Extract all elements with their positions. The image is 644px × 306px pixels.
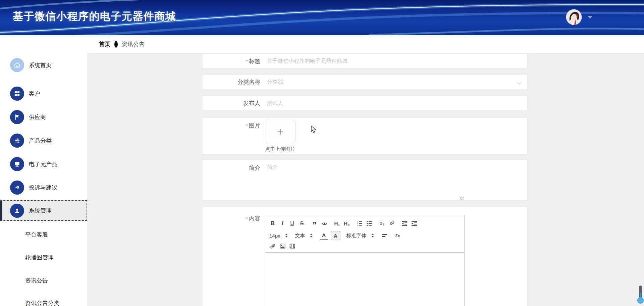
sidebar-subitem-news-categories[interactable]: 资讯公告分类	[0, 296, 87, 306]
page-title: 基于微信小程序的电子元器件商城	[13, 9, 176, 23]
image-label: *图片	[203, 118, 265, 130]
required-asterisk: *	[246, 123, 248, 129]
bullet-list-button[interactable]	[366, 220, 373, 227]
editor-toolbar: B I U S ❞ </> H₁ H₂ 123 x₂ x²	[265, 215, 464, 253]
subscript-button[interactable]: x₂	[379, 220, 385, 227]
sidebar-item-label: 投诉与建议	[29, 184, 57, 192]
content-label: *内容	[203, 207, 265, 222]
outdent-button[interactable]	[401, 220, 408, 227]
intro-label: 简介	[203, 160, 265, 172]
italic-button[interactable]: I	[279, 220, 286, 227]
category-select[interactable]: 分类22	[265, 79, 527, 86]
breadcrumb-separator-icon	[114, 41, 118, 48]
sidebar-item-label: 客户	[29, 90, 40, 98]
sidebar-item-electronic-products[interactable]: 电子元产品	[0, 152, 87, 176]
title-label: *标题	[203, 57, 265, 65]
main-content: *标题 分类名称 分类22 发布人 *图片 + 点击上传图片	[87, 53, 644, 306]
intro-textarea[interactable]	[265, 164, 465, 196]
form-row-image: *图片 + 点击上传图片	[203, 118, 527, 154]
grid-icon	[10, 87, 24, 101]
sidebar-subitem-label: 资讯公告	[25, 277, 48, 285]
sidebar-item-system-management[interactable]: 系统管理	[0, 200, 87, 221]
sidebar-subitem-platform-service[interactable]: 平台客服	[0, 227, 87, 242]
app-header: 基于微信小程序的电子元器件商城	[0, 0, 644, 36]
form-row-title: *标题	[203, 54, 527, 68]
form-row-content: *内容 B I U S ❞ </> H₁ H₂ 123	[203, 207, 527, 306]
blockquote-button[interactable]: ❞	[311, 218, 318, 229]
sidebar-item-label: 供应商	[29, 113, 46, 121]
flag-icon	[10, 110, 24, 124]
breadcrumb: 首页 资讯公告	[87, 35, 644, 53]
form-row-intro: 简介	[203, 160, 527, 200]
avatar-image	[566, 9, 582, 25]
caret-down-icon[interactable]	[587, 16, 593, 19]
ordered-list-button[interactable]: 123	[356, 220, 363, 227]
svg-text:3: 3	[357, 224, 358, 226]
paragraph-style-select[interactable]: 文本	[295, 233, 313, 239]
updown-icon	[310, 234, 313, 238]
sidebar-subitem-news-announcements[interactable]: 资讯公告	[0, 273, 87, 288]
sidebar-item-label: 电子元产品	[29, 160, 57, 168]
sidebar-item-complaints[interactable]: 投诉与建议	[0, 176, 87, 199]
sidebar-item-suppliers[interactable]: 供应商	[0, 105, 87, 129]
plus-icon: +	[277, 126, 284, 137]
upload-area: + 点击上传图片	[265, 118, 296, 152]
link-icon[interactable]	[269, 242, 276, 250]
upload-hint: 点击上传图片	[265, 146, 296, 152]
text-color-button[interactable]: A	[320, 232, 328, 240]
image-upload-button[interactable]: +	[265, 120, 296, 143]
scrollbar-thumb[interactable]	[637, 297, 644, 304]
sidebar-item-system-home[interactable]: 系统首页	[0, 53, 87, 77]
font-family-value: 标准字体	[346, 233, 367, 239]
superscript-button[interactable]: x²	[388, 220, 395, 227]
form-row-publisher: 发布人	[203, 96, 527, 110]
sidebar: 系统首页 客户 供应商 产品分类 电子元产品 投诉与建议	[0, 35, 87, 306]
breadcrumb-current: 资讯公告	[122, 40, 145, 48]
publisher-label: 发布人	[203, 99, 265, 107]
strikethrough-button[interactable]: S	[299, 220, 305, 227]
rich-text-editor: B I U S ❞ </> H₁ H₂ 123 x₂ x²	[265, 215, 465, 306]
align-button[interactable]	[381, 232, 388, 239]
home-icon	[10, 58, 24, 72]
monitor-icon	[10, 157, 24, 171]
sidebar-subitem-label: 资讯公告分类	[25, 299, 59, 306]
font-family-select[interactable]: 标准字体	[346, 233, 374, 239]
selected-accent-bar	[0, 201, 2, 220]
sidebar-item-label: 产品分类	[29, 137, 52, 145]
background-color-button[interactable]: A	[331, 231, 340, 240]
breadcrumb-home-link[interactable]: 首页	[99, 40, 110, 48]
publisher-input[interactable]	[265, 96, 527, 110]
user-icon	[10, 204, 24, 218]
clear-format-button[interactable]: Tx	[394, 232, 401, 239]
underline-button[interactable]: U	[289, 220, 296, 227]
sliders-icon	[10, 134, 24, 148]
paragraph-style-value: 文本	[295, 233, 305, 239]
sidebar-subitem-label: 平台客服	[25, 231, 48, 239]
required-asterisk: *	[246, 58, 248, 64]
sidebar-subitem-label: 轮播图管理	[25, 254, 54, 261]
category-label: 分类名称	[203, 78, 265, 86]
font-size-select[interactable]: 14px	[269, 233, 288, 239]
user-avatar[interactable]	[566, 9, 582, 25]
sidebar-subitem-carousel-management[interactable]: 轮播图管理	[0, 250, 87, 265]
sidebar-item-customers[interactable]: 客户	[0, 82, 87, 105]
title-input[interactable]	[265, 54, 527, 68]
sidebar-item-label: 系统管理	[29, 207, 52, 214]
editor-content-area[interactable]	[265, 253, 464, 306]
form-row-category: 分类名称 分类22	[203, 75, 527, 89]
sidebar-item-label: 系统首页	[29, 61, 52, 69]
resize-grip-icon[interactable]	[460, 197, 464, 200]
paper-plane-icon	[10, 181, 24, 195]
code-block-button[interactable]: </>	[321, 220, 328, 227]
updown-icon	[285, 234, 288, 238]
indent-button[interactable]	[411, 220, 418, 227]
heading2-button[interactable]: H₂	[343, 220, 350, 227]
bold-button[interactable]: B	[269, 220, 276, 227]
required-asterisk: *	[246, 216, 248, 221]
video-icon[interactable]	[289, 242, 296, 250]
updown-icon	[371, 234, 374, 238]
image-icon[interactable]	[279, 242, 286, 250]
heading1-button[interactable]: H₁	[334, 220, 340, 227]
font-size-value: 14px	[269, 233, 280, 239]
sidebar-item-product-categories[interactable]: 产品分类	[0, 129, 87, 152]
